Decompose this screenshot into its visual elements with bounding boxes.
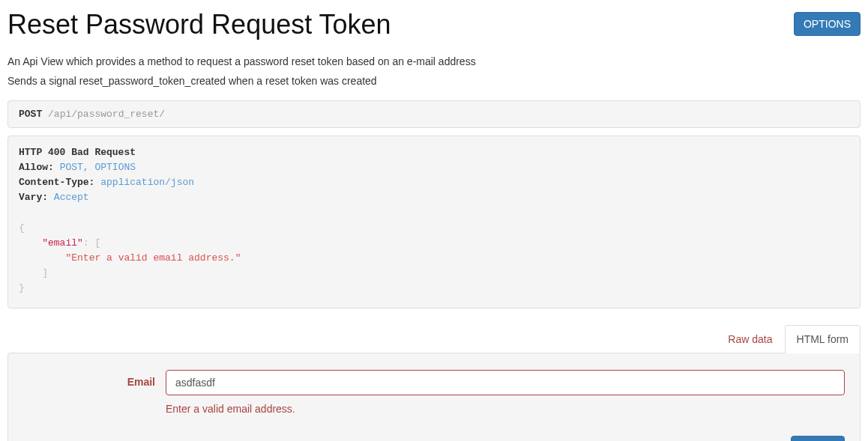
page-title: Reset Password Request Token (7, 9, 391, 40)
response-allow-label: Allow: (19, 162, 54, 173)
description-line-1: An Api View which provides a method to r… (7, 55, 861, 67)
response-status: HTTP 400 Bad Request (19, 147, 136, 158)
request-url: /api/password_reset/ (48, 109, 165, 120)
response-box: HTTP 400 Bad Request Allow: POST, OPTION… (7, 136, 861, 308)
tabs-row: Raw data HTML form (7, 325, 861, 353)
email-label: Email (23, 370, 166, 388)
post-button[interactable]: POST (791, 436, 845, 441)
json-close-brace: } (19, 282, 25, 294)
tab-html-form[interactable]: HTML form (785, 325, 861, 353)
response-vary-label: Vary: (19, 192, 48, 203)
options-button[interactable]: OPTIONS (794, 12, 861, 36)
response-content-type-label: Content-Type: (19, 177, 94, 188)
response-vary-value: Accept (54, 192, 89, 203)
email-error: Enter a valid email address. (166, 403, 845, 415)
request-method: POST (19, 109, 42, 120)
json-key-email: "email" (42, 237, 83, 249)
json-open-bracket: [ (94, 237, 100, 249)
json-open-brace: { (19, 222, 25, 234)
email-field[interactable] (166, 370, 845, 395)
description-line-2: Sends a signal reset_password_token_crea… (7, 75, 861, 87)
json-error-string: "Enter a valid email address." (65, 252, 241, 264)
json-colon: : (83, 237, 89, 249)
json-close-bracket: ] (42, 267, 48, 279)
response-content-type-value: application/json (100, 177, 194, 188)
response-allow-value: POST, OPTIONS (60, 162, 136, 173)
request-info: POST /api/password_reset/ (7, 100, 861, 128)
form-panel: Email Enter a valid email address. POST (7, 353, 861, 441)
tab-raw-data[interactable]: Raw data (716, 325, 784, 353)
